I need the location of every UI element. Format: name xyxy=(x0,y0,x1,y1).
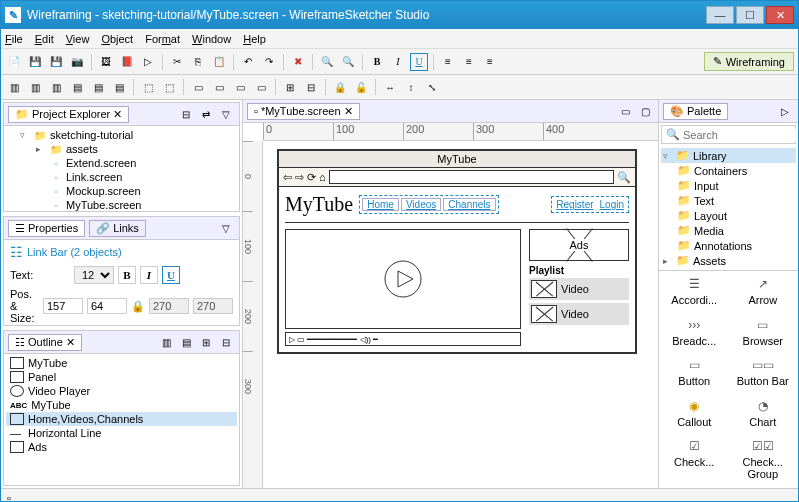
zoom-icon[interactable]: 🔍 xyxy=(318,53,336,71)
minimize-button[interactable]: — xyxy=(706,6,734,24)
match-w-icon[interactable]: ↔ xyxy=(381,78,399,96)
palette-search-input[interactable] xyxy=(683,129,799,141)
w-input[interactable] xyxy=(149,298,189,314)
palette-item-browser[interactable]: ▭Browser xyxy=(730,314,797,353)
menu-edit[interactable]: Edit xyxy=(35,33,54,45)
tree-project[interactable]: ▿📁sketching-tutorial xyxy=(6,128,237,142)
align-b-icon[interactable]: ▤ xyxy=(110,78,128,96)
palette-cat[interactable]: 📁 Text xyxy=(661,193,796,208)
outline-item[interactable]: Video Player xyxy=(6,384,237,398)
project-explorer-tab[interactable]: 📁 Project Explorer ✕ xyxy=(8,106,129,123)
palette-item-checkbox[interactable]: ☑Check... xyxy=(661,435,728,486)
palette-assets[interactable]: ▸📁 Assets xyxy=(661,253,796,268)
maximize-view-icon[interactable]: ▢ xyxy=(636,102,654,120)
tree-folder-assets[interactable]: ▸📁assets xyxy=(6,142,237,156)
outline-tool-3[interactable]: ⊞ xyxy=(197,333,215,351)
bold-button[interactable]: B xyxy=(118,266,136,284)
align-c-icon[interactable]: ▥ xyxy=(26,78,44,96)
delete-icon[interactable]: ✖ xyxy=(289,53,307,71)
palette-menu-icon[interactable]: ▷ xyxy=(776,102,794,120)
menu-view[interactable]: View xyxy=(66,33,90,45)
match-s-icon[interactable]: ⤡ xyxy=(423,78,441,96)
align-l-icon[interactable]: ▥ xyxy=(5,78,23,96)
palette-item-checkboxgroup[interactable]: ☑☑Check... Group xyxy=(730,435,797,486)
outline-tool-2[interactable]: ▤ xyxy=(177,333,195,351)
italic-button[interactable]: I xyxy=(140,266,158,284)
x-input[interactable] xyxy=(43,298,83,314)
match-h-icon[interactable]: ↕ xyxy=(402,78,420,96)
menu-object[interactable]: Object xyxy=(101,33,133,45)
palette-search[interactable]: 🔍 xyxy=(661,125,796,144)
perspective-button[interactable]: ✎ Wireframing xyxy=(704,52,794,71)
tree-file-mockup[interactable]: ▫Mockup.screen xyxy=(6,184,237,198)
export-pdf-icon[interactable]: 📕 xyxy=(118,53,136,71)
menu-file[interactable]: File xyxy=(5,33,23,45)
palette-item-buttonbar[interactable]: ▭▭Button Bar xyxy=(730,354,797,393)
outline-tool-1[interactable]: ▥ xyxy=(157,333,175,351)
camera-icon[interactable]: 📷 xyxy=(68,53,86,71)
align-right-icon[interactable]: ≡ xyxy=(481,53,499,71)
palette-item-breadcrumb[interactable]: ›››Breadc... xyxy=(661,314,728,353)
collapse-icon[interactable]: ⊟ xyxy=(177,105,195,123)
redo-icon[interactable]: ↷ xyxy=(260,53,278,71)
align-r-icon[interactable]: ▥ xyxy=(47,78,65,96)
outline-item[interactable]: Ads xyxy=(6,440,237,454)
undo-icon[interactable]: ↶ xyxy=(239,53,257,71)
fontsize-select[interactable]: 12 xyxy=(74,266,114,284)
align-center-icon[interactable]: ≡ xyxy=(460,53,478,71)
outline-item[interactable]: Home,Videos,Channels xyxy=(6,412,237,426)
unlock-icon[interactable]: 🔓 xyxy=(352,78,370,96)
zoom-out-icon[interactable]: 🔍 xyxy=(339,53,357,71)
underline-button[interactable]: U xyxy=(162,266,180,284)
outline-item[interactable]: MyTube xyxy=(6,356,237,370)
palette-cat[interactable]: 📁 Media xyxy=(661,223,796,238)
link-editor-icon[interactable]: ⇄ xyxy=(197,105,215,123)
cut-icon[interactable]: ✂ xyxy=(168,53,186,71)
mock-linkbar-main[interactable]: Home Videos Channels xyxy=(359,195,498,214)
mock-link-channels[interactable]: Channels xyxy=(443,198,495,211)
props-menu-icon[interactable]: ▽ xyxy=(217,219,235,237)
palette-cat[interactable]: 📁 Containers xyxy=(661,163,796,178)
mock-link-home[interactable]: Home xyxy=(362,198,399,211)
palette-cat[interactable]: 📁 Layout xyxy=(661,208,796,223)
paste-icon[interactable]: 📋 xyxy=(210,53,228,71)
menu-help[interactable]: Help xyxy=(243,33,266,45)
outline-item[interactable]: —Horizontal Line xyxy=(6,426,237,440)
palette-cat[interactable]: 📁 Input xyxy=(661,178,796,193)
backward-icon[interactable]: ▭ xyxy=(252,78,270,96)
mock-linkbar-auth[interactable]: Register Login xyxy=(551,196,629,213)
palette-item-callout[interactable]: ◉Callout xyxy=(661,395,728,434)
maximize-button[interactable]: ☐ xyxy=(736,6,764,24)
view-menu-icon[interactable]: ▽ xyxy=(217,105,235,123)
palette-item-accordion[interactable]: ☰Accordi... xyxy=(661,273,728,312)
tree-file-link[interactable]: ▫Link.screen xyxy=(6,170,237,184)
palette-tab[interactable]: 🎨 Palette xyxy=(663,103,728,120)
front-icon[interactable]: ▭ xyxy=(189,78,207,96)
palette-item-button[interactable]: ▭Button xyxy=(661,354,728,393)
save-all-icon[interactable]: 💾 xyxy=(47,53,65,71)
back-icon[interactable]: ▭ xyxy=(210,78,228,96)
y-input[interactable] xyxy=(87,298,127,314)
dist-v-icon[interactable]: ⬚ xyxy=(160,78,178,96)
mock-link-videos[interactable]: Videos xyxy=(401,198,441,211)
palette-library[interactable]: ▿📁 Library xyxy=(661,148,796,163)
export-image-icon[interactable]: 🖼 xyxy=(97,53,115,71)
ungroup-icon[interactable]: ⊟ xyxy=(302,78,320,96)
mock-link-login[interactable]: Login xyxy=(598,199,626,210)
mock-link-register[interactable]: Register xyxy=(554,199,595,210)
palette-cat[interactable]: 📁 Annotations xyxy=(661,238,796,253)
outline-tab[interactable]: ☷ Outline ✕ xyxy=(8,334,82,351)
bold-icon[interactable]: B xyxy=(368,53,386,71)
lock-icon[interactable]: 🔒 xyxy=(331,78,349,96)
palette-item-chart[interactable]: ◔Chart xyxy=(730,395,797,434)
outline-tool-4[interactable]: ⊟ xyxy=(217,333,235,351)
menu-format[interactable]: Format xyxy=(145,33,180,45)
play-icon[interactable]: ▷ xyxy=(139,53,157,71)
save-icon[interactable]: 💾 xyxy=(26,53,44,71)
editor-tab-mytube[interactable]: ▫ *MyTube.screen ✕ xyxy=(247,103,360,120)
close-button[interactable]: ✕ xyxy=(766,6,794,24)
copy-icon[interactable]: ⎘ xyxy=(189,53,207,71)
underline-icon[interactable]: U xyxy=(410,53,428,71)
minimize-view-icon[interactable]: ▭ xyxy=(616,102,634,120)
h-input[interactable] xyxy=(193,298,233,314)
